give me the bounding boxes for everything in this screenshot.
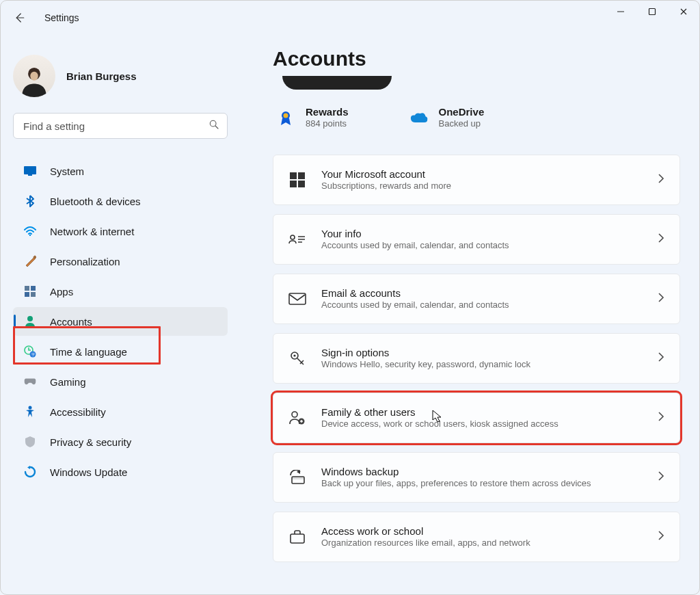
display-icon xyxy=(24,166,36,176)
brush-icon xyxy=(24,255,36,267)
card-signin-options[interactable]: Sign-in options Windows Hello, security … xyxy=(273,333,680,384)
sidebar-item-network[interactable]: Network & internet xyxy=(13,217,228,246)
chevron-right-icon xyxy=(658,352,664,365)
briefcase-icon xyxy=(288,528,306,546)
window-title: Settings xyxy=(44,12,79,23)
sidebar-item-label: Personalization xyxy=(50,256,120,267)
card-windows-backup[interactable]: Windows backup Back up your files, apps,… xyxy=(273,452,680,503)
close-button[interactable] xyxy=(668,1,699,23)
chevron-right-icon xyxy=(658,471,664,484)
svg-rect-20 xyxy=(298,172,305,179)
card-access-work-school[interactable]: Access work or school Organization resou… xyxy=(273,512,680,562)
card-email-accounts[interactable]: Email & accounts Accounts used by email,… xyxy=(273,274,680,324)
sidebar-item-privacy[interactable]: Privacy & security xyxy=(13,427,228,456)
minimize-button[interactable] xyxy=(605,1,636,23)
sidebar-item-gaming[interactable]: Gaming xyxy=(13,367,228,396)
shield-icon xyxy=(24,436,36,448)
sidebar-item-accessibility[interactable]: Accessibility xyxy=(13,397,228,426)
search-input[interactable] xyxy=(13,113,228,139)
sidebar-item-apps[interactable]: Apps xyxy=(13,277,228,306)
svg-rect-0 xyxy=(649,9,656,15)
chevron-right-icon xyxy=(658,173,664,187)
sidebar-item-time-language[interactable]: 字 Time & language xyxy=(13,337,228,366)
sidebar-item-accounts[interactable]: Accounts xyxy=(13,307,228,336)
svg-rect-19 xyxy=(290,172,297,179)
gamepad-icon xyxy=(24,377,36,386)
main-content: Accounts Rewards 884 points xyxy=(240,35,699,594)
card-subtitle: Device access, work or school users, kio… xyxy=(321,419,643,430)
rewards-subtitle: 884 points xyxy=(306,118,349,130)
onedrive-icon xyxy=(410,109,428,127)
wifi-icon xyxy=(24,226,36,236)
avatar xyxy=(13,55,55,97)
id-card-icon xyxy=(288,230,306,248)
svg-point-16 xyxy=(29,406,32,410)
chevron-right-icon xyxy=(658,530,664,544)
profile-name: Brian Burgess xyxy=(66,70,137,82)
profile-card[interactable]: Brian Burgess xyxy=(13,47,228,105)
card-subtitle: Accounts used by email, calendar, and co… xyxy=(321,300,643,311)
info-card-row: Rewards 884 points OneDrive Backed up xyxy=(277,106,680,130)
settings-list: Your Microsoft account Subscriptions, re… xyxy=(273,155,680,562)
mail-icon xyxy=(288,290,306,308)
svg-point-2 xyxy=(30,72,38,81)
svg-rect-9 xyxy=(31,286,36,291)
sidebar-item-bluetooth[interactable]: Bluetooth & devices xyxy=(13,187,228,215)
sidebar-item-label: Time & language xyxy=(50,346,127,358)
sidebar-item-label: Accounts xyxy=(50,316,92,328)
svg-rect-10 xyxy=(25,292,29,297)
onedrive-card[interactable]: OneDrive Backed up xyxy=(410,106,485,130)
update-icon xyxy=(24,466,36,478)
chevron-right-icon xyxy=(658,411,664,425)
accessibility-icon xyxy=(24,406,36,418)
sidebar-item-label: System xyxy=(50,166,84,177)
onedrive-title: OneDrive xyxy=(439,106,485,118)
card-title: Windows backup xyxy=(321,465,643,479)
title-bar: Settings xyxy=(1,1,699,35)
sidebar-item-label: Accessibility xyxy=(50,406,106,418)
rewards-title: Rewards xyxy=(306,106,349,118)
svg-rect-11 xyxy=(31,292,36,297)
card-family-other-users[interactable]: Family & other users Device access, work… xyxy=(273,393,680,443)
sidebar-item-label: Privacy & security xyxy=(50,436,131,448)
settings-window: Settings Brian Burgess xyxy=(0,0,700,595)
person-icon xyxy=(24,315,36,328)
card-subtitle: Back up your files, apps, preferences to… xyxy=(321,478,643,490)
rewards-icon xyxy=(277,109,295,127)
people-icon xyxy=(288,409,306,427)
sidebar-item-personalization[interactable]: Personalization xyxy=(13,247,228,276)
page-title: Accounts xyxy=(273,47,680,70)
account-avatar-slice xyxy=(282,76,392,90)
onedrive-subtitle: Backed up xyxy=(439,118,485,130)
chevron-right-icon xyxy=(658,233,664,246)
card-subtitle: Windows Hello, security key, password, d… xyxy=(321,359,643,371)
svg-point-18 xyxy=(284,114,288,118)
sidebar: Brian Burgess System xyxy=(1,35,240,594)
sidebar-item-system[interactable]: System xyxy=(13,157,228,185)
microsoft-icon xyxy=(288,171,306,189)
card-microsoft-account[interactable]: Your Microsoft account Subscriptions, re… xyxy=(273,155,680,205)
svg-point-26 xyxy=(293,354,295,356)
svg-text:字: 字 xyxy=(31,352,35,356)
clock-lang-icon: 字 xyxy=(24,345,36,358)
card-title: Family & other users xyxy=(321,406,643,419)
sidebar-item-label: Apps xyxy=(50,286,73,298)
card-your-info[interactable]: Your info Accounts used by email, calend… xyxy=(273,214,680,265)
chevron-right-icon xyxy=(658,292,664,306)
svg-rect-30 xyxy=(292,477,304,479)
back-button[interactable] xyxy=(6,5,32,31)
svg-rect-21 xyxy=(290,181,297,187)
maximize-button[interactable] xyxy=(636,1,668,23)
sidebar-item-windows-update[interactable]: Windows Update xyxy=(13,458,228,486)
card-subtitle: Accounts used by email, calendar, and co… xyxy=(321,240,643,252)
bluetooth-icon xyxy=(24,195,36,207)
card-title: Your info xyxy=(321,227,643,241)
svg-rect-31 xyxy=(291,534,304,543)
svg-rect-4 xyxy=(24,166,36,174)
svg-rect-5 xyxy=(28,174,32,176)
svg-point-12 xyxy=(27,316,33,321)
rewards-card[interactable]: Rewards 884 points xyxy=(277,106,349,130)
card-title: Your Microsoft account xyxy=(321,168,643,181)
sidebar-item-label: Windows Update xyxy=(50,466,127,478)
svg-point-27 xyxy=(292,412,297,417)
